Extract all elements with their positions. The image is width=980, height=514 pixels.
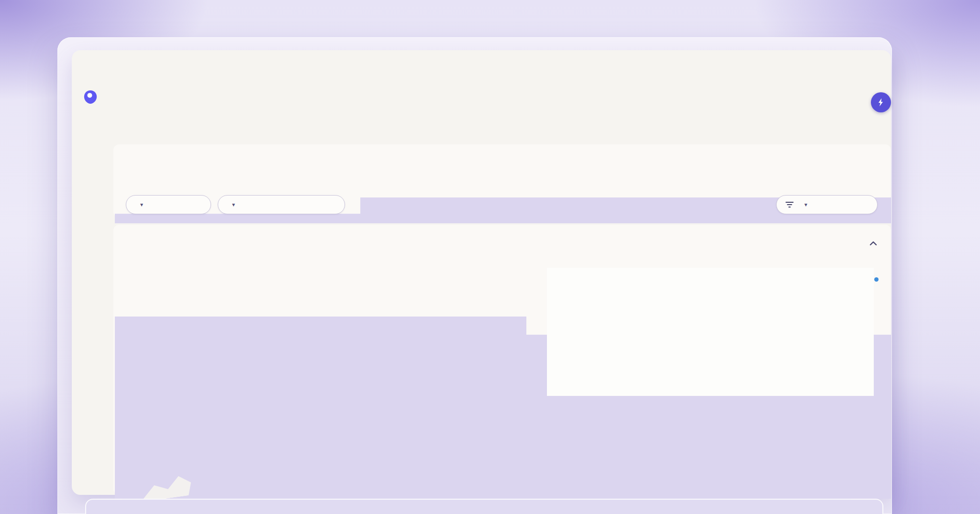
date-range-dropdown[interactable]: ▾ bbox=[218, 195, 345, 214]
page: ▾ ▾ ▾ bbox=[0, 0, 980, 514]
overlay-block bbox=[115, 317, 526, 499]
lightning-icon bbox=[876, 97, 886, 108]
collapse-section-button[interactable] bbox=[866, 237, 880, 250]
filter-dropdown[interactable]: ▾ bbox=[776, 195, 878, 214]
chevron-down-icon: ▾ bbox=[140, 201, 143, 208]
chevron-down-icon: ▾ bbox=[232, 201, 235, 208]
legend-dot-icon bbox=[874, 277, 879, 282]
next-section-card bbox=[85, 499, 883, 514]
chevron-down-icon: ▾ bbox=[804, 201, 807, 208]
filter-icon bbox=[785, 201, 794, 208]
avatar[interactable] bbox=[871, 92, 891, 112]
app-logo[interactable] bbox=[82, 89, 99, 105]
opportunities-line-chart bbox=[522, 261, 891, 428]
chevron-up-icon bbox=[869, 241, 878, 246]
comparison-dropdown[interactable]: ▾ bbox=[126, 195, 211, 214]
chart-legend[interactable] bbox=[874, 277, 883, 282]
